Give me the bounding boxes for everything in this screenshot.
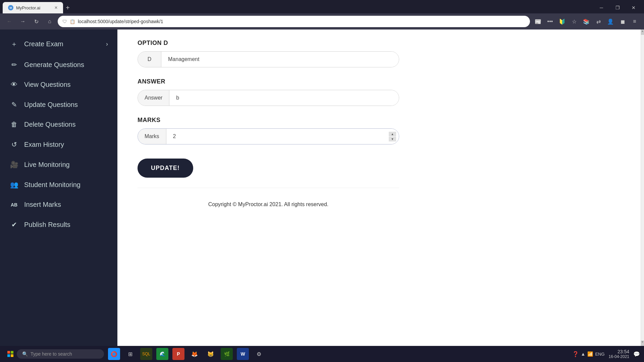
new-tab-button[interactable]: + [63, 3, 72, 13]
sidebar-item-view-questions[interactable]: 👁 View Questions [0, 75, 117, 95]
copyright-text: Copyright © MyProctor.ai 2021. All right… [208, 201, 329, 207]
reload-button[interactable]: ↻ [31, 16, 42, 27]
sidebar-item-label: Publish Results [24, 221, 70, 229]
search-placeholder: Type here to search [31, 351, 72, 357]
marks-label: MARKS [138, 117, 399, 124]
extensions-button[interactable]: ◼ [617, 16, 628, 27]
sidebar-item-live-monitoring[interactable]: 🎥 Live Monitoring [0, 155, 117, 175]
taskbar-app-icons: ⭕ ⊞ SQL 🌊 P 🦊 😸 🌿 W ⚙ [108, 348, 265, 360]
chevron-up-icon[interactable]: ▲ [581, 351, 586, 357]
marks-increment-button[interactable]: ▲ [389, 132, 396, 136]
taskbar-icon-browser[interactable]: 😸 [205, 348, 217, 360]
tab-favicon: M [8, 5, 13, 10]
sidebar: ＋ Create Exam › ✏ Generate Questions 👁 V… [0, 29, 117, 346]
history-icon: ↺ [9, 140, 19, 148]
taskbar-icon-cortana[interactable]: ⭕ [108, 348, 120, 360]
maximize-button[interactable]: ❐ [610, 2, 625, 13]
taskbar-icon-edge[interactable]: 🌊 [156, 348, 168, 360]
taskbar-icon-powerpoint[interactable]: P [172, 348, 184, 360]
taskbar-icon-task-view[interactable]: ⊞ [124, 348, 136, 360]
security-icon: 🛡 [62, 19, 67, 24]
svg-rect-2 [7, 354, 10, 357]
minimize-button[interactable]: ─ [594, 2, 609, 13]
eye-icon: 👁 [9, 81, 19, 88]
home-button[interactable]: ⌂ [44, 16, 55, 27]
svg-rect-0 [7, 351, 10, 354]
close-button[interactable]: ✕ [626, 2, 641, 13]
notification-icon[interactable]: 💬 [633, 351, 640, 357]
browser-chrome: M MyProctor.ai ✕ + ─ ❐ ✕ ← → ↻ ⌂ 🛡 📋 loc… [0, 0, 644, 29]
answer-section: ANSWER Answer [138, 78, 399, 106]
sidebar-item-generate-questions[interactable]: ✏ Generate Questions [0, 55, 117, 75]
start-button[interactable] [4, 349, 17, 359]
sidebar-item-label: Update Questions [24, 101, 78, 109]
tab-bar: M MyProctor.ai ✕ + ─ ❐ ✕ [0, 0, 644, 13]
taskbar-icon-mysql[interactable]: SQL [140, 348, 152, 360]
camera-icon: 🎥 [9, 161, 19, 169]
profile-button[interactable]: 👤 [605, 16, 616, 27]
marks-input-wrapper: ▲ ▼ [166, 129, 399, 144]
sidebar-item-delete-questions[interactable]: 🗑 Delete Questions [0, 115, 117, 134]
taskbar-search[interactable]: 🔍 Type here to search [17, 349, 104, 359]
answer-input[interactable] [169, 90, 399, 106]
taskbar-icon-settings[interactable]: ⚙ [253, 348, 265, 360]
taskbar-right: ❓ ▲ 📶 ENG 23:54 16-04-2021 💬 [572, 349, 640, 359]
taskbar-icon-firefox[interactable]: 🦊 [189, 348, 201, 360]
marks-section: MARKS Marks ▲ ▼ [138, 117, 399, 144]
content-area: OPTION D D ANSWER Answer MARKS Marks [117, 29, 419, 231]
option-d-section: OPTION D D [138, 40, 399, 67]
menu-button[interactable]: ≡ [629, 16, 640, 27]
forward-button[interactable]: → [17, 16, 28, 27]
more-options-button[interactable]: ••• [545, 16, 555, 27]
search-icon: 🔍 [22, 351, 28, 357]
back-button[interactable]: ← [4, 16, 15, 27]
taskbar: 🔍 Type here to search ⭕ ⊞ SQL 🌊 P 🦊 😸 🌿 … [0, 346, 644, 362]
edit-icon: ✎ [9, 101, 19, 109]
lock-icon: 📋 [70, 19, 75, 24]
marks-decrement-button[interactable]: ▼ [389, 137, 396, 141]
sidebar-item-update-questions[interactable]: ✎ Update Questions [0, 95, 117, 115]
sidebar-item-label: Create Exam [24, 40, 63, 48]
library-button[interactable]: 📚 [581, 16, 592, 27]
sidebar-item-insert-marks[interactable]: AB Insert Marks [0, 195, 117, 215]
answer-label: ANSWER [138, 78, 399, 85]
svg-rect-1 [11, 351, 13, 354]
option-d-input[interactable] [161, 52, 399, 67]
taskbar-icon-db[interactable]: 🌿 [221, 348, 233, 360]
main-content: OPTION D D ANSWER Answer MARKS Marks [117, 29, 641, 346]
footer: Copyright © MyProctor.ai 2021. All right… [138, 188, 399, 221]
sidebar-item-student-monitoring[interactable]: 👥 Student Monitoring [0, 175, 117, 195]
sidebar-item-label: View Questions [24, 81, 71, 88]
wifi-icon: 📶 [587, 351, 593, 357]
taskbar-clock: 23:54 16-04-2021 [609, 349, 629, 359]
url-text: localhost:5000/update/striped-goshawk/1 [78, 19, 525, 24]
marks-input[interactable] [166, 129, 399, 144]
svg-rect-3 [11, 354, 13, 357]
tab-close-button[interactable]: ✕ [54, 5, 58, 10]
sidebar-item-exam-history[interactable]: ↺ Exam History [0, 134, 117, 155]
trash-icon: 🗑 [9, 121, 19, 128]
url-bar[interactable]: 🛡 📋 localhost:5000/update/striped-goshaw… [58, 16, 530, 27]
sync-button[interactable]: ⇄ [593, 16, 604, 27]
nav-action-buttons: 📰 ••• 🔰 ☆ 📚 ⇄ 👤 ◼ ≡ [533, 16, 640, 27]
window-controls: ─ ❐ ✕ [594, 2, 641, 13]
sidebar-item-label: Student Monitoring [24, 181, 80, 189]
bookmark-button[interactable]: ☆ [569, 16, 580, 27]
pocket-button[interactable]: 🔰 [557, 16, 568, 27]
update-button[interactable]: UPDATE! [138, 159, 193, 178]
marks-prefix: Marks [138, 129, 166, 144]
marks-icon: AB [9, 202, 19, 207]
answer-input-row: Answer [138, 90, 399, 106]
scrollbar[interactable]: ▲ ▼ [641, 29, 644, 346]
sidebar-item-publish-results[interactable]: ✔ Publish Results [0, 215, 117, 235]
marks-spinner: ▲ ▼ [389, 132, 396, 141]
taskbar-icon-word[interactable]: W [237, 348, 249, 360]
lang-label: ENG [595, 352, 604, 357]
generate-icon: ✏ [9, 61, 19, 69]
reader-view-button[interactable]: 📰 [533, 16, 543, 27]
plus-icon: ＋ [9, 40, 19, 49]
sidebar-item-label: Live Monitoring [24, 161, 70, 169]
active-tab[interactable]: M MyProctor.ai ✕ [3, 2, 63, 13]
sidebar-item-label: Generate Questions [24, 61, 84, 69]
sidebar-item-create-exam[interactable]: ＋ Create Exam › [0, 34, 117, 55]
